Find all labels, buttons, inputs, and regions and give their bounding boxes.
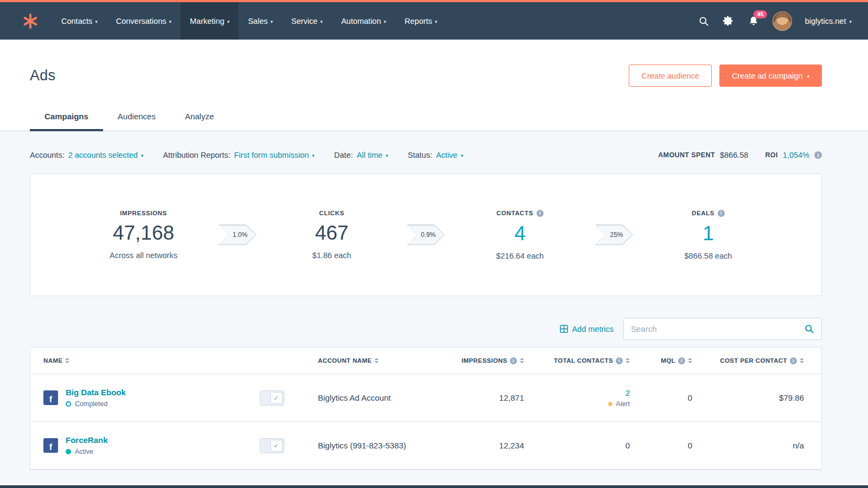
amount-spent-label: AMOUNT SPENT (658, 151, 715, 159)
column-header-cost-per-contact[interactable]: COST PER CONTACTi (700, 357, 821, 364)
account-menu[interactable]: biglytics.net▾ (805, 17, 852, 25)
notification-count-badge: 45 (754, 10, 767, 18)
search-icon[interactable] (804, 324, 814, 334)
nav-item-reports[interactable]: Reports▾ (395, 2, 446, 40)
info-icon[interactable]: i (616, 357, 623, 364)
alert-label: Alert (616, 400, 630, 408)
top-nav: Contacts▾ Conversations▾ Marketing▾ Sale… (0, 0, 868, 40)
stage-value: 1 (633, 222, 783, 245)
active-status-icon (66, 449, 71, 454)
page-tabs: Campaigns Audiences Analyze (0, 104, 868, 131)
funnel-stage-deals: DEALSi 1 $866.58 each (633, 210, 783, 260)
sort-icon[interactable] (374, 358, 379, 363)
filter-bar: Accounts: 2 accounts selected▾ Attributi… (30, 131, 822, 159)
nav-item-conversations[interactable]: Conversations▾ (107, 2, 181, 40)
page-title: Ads (30, 67, 55, 84)
toggle-cell: ✓ (247, 438, 296, 453)
attribution-filter-dropdown[interactable]: First form submission▾ (234, 151, 315, 159)
stage-subtext: $866.58 each (633, 252, 783, 260)
status-filter-value: Active (436, 151, 458, 159)
tab-audiences[interactable]: Audiences (103, 104, 170, 131)
tab-analyze[interactable]: Analyze (170, 104, 228, 131)
campaign-name-link[interactable]: ForceRank (66, 435, 108, 445)
funnel-stage-clicks: CLICKS 467 $1.86 each (257, 210, 407, 260)
campaign-name-link[interactable]: Big Data Ebook (66, 388, 126, 397)
conversion-arrow: 1.0% (219, 224, 257, 245)
window-bottom-edge (0, 485, 868, 488)
stage-subtext: $216.64 each (445, 252, 595, 260)
nav-item-contacts[interactable]: Contacts▾ (52, 2, 107, 40)
facebook-icon: f (43, 438, 58, 453)
chevron-down-icon: ▾ (141, 153, 144, 158)
create-audience-label: Create audience (641, 72, 699, 80)
create-ad-campaign-button[interactable]: Create ad campaign▾ (719, 65, 822, 87)
account-name-cell: Biglytics Ad Account (296, 393, 432, 402)
sort-icon[interactable] (520, 358, 524, 363)
page-header: Ads Create audience Create ad campaign▾ (0, 40, 868, 87)
accounts-filter: Accounts: 2 accounts selected▾ (30, 151, 143, 159)
stage-label: CONTACTSi (445, 210, 595, 217)
column-header-name[interactable]: NAME (30, 357, 247, 364)
info-icon[interactable]: i (790, 357, 797, 364)
conversion-arrow: 0.9% (407, 224, 445, 245)
create-audience-button[interactable]: Create audience (629, 65, 711, 87)
sort-icon[interactable] (800, 358, 804, 363)
nav-item-marketing[interactable]: Marketing▾ (181, 2, 239, 40)
sprocket-icon (22, 12, 39, 30)
date-filter-dropdown[interactable]: All time▾ (356, 151, 388, 159)
cost-per-contact-cell: n/a (700, 441, 821, 450)
account-domain-label: biglytics.net (805, 17, 846, 25)
table-toolbar: Add metrics (30, 318, 822, 340)
campaign-toggle[interactable]: ✓ (260, 438, 284, 453)
contacts-count-link[interactable]: 2 (626, 388, 630, 397)
info-icon[interactable]: i (678, 357, 685, 364)
tab-campaigns[interactable]: Campaigns (30, 104, 103, 131)
funnel-stage-contacts: CONTACTSi 4 $216.64 each (445, 210, 595, 260)
user-avatar[interactable] (773, 11, 792, 31)
chevron-down-icon: ▾ (461, 153, 463, 158)
column-header-impressions[interactable]: IMPRESSIONSi (432, 357, 529, 364)
sort-icon[interactable] (688, 358, 692, 363)
search-icon[interactable] (698, 15, 710, 27)
search-input[interactable] (631, 324, 804, 333)
status-label: Active (75, 448, 93, 455)
chevron-down-icon: ▾ (384, 19, 386, 24)
campaign-toggle[interactable]: ✓ (260, 390, 284, 406)
add-metrics-button[interactable]: Add metrics (560, 325, 614, 333)
info-icon[interactable]: i (718, 210, 725, 217)
sort-icon[interactable] (626, 358, 630, 363)
date-filter-label: Date: (334, 151, 353, 159)
table-row: f ForceRank Active ✓ Biglytics (991-823-… (30, 422, 821, 470)
nav-item-sales[interactable]: Sales▾ (239, 2, 282, 40)
impressions-cell: 12,871 (432, 393, 529, 402)
nav-item-automation[interactable]: Automation▾ (332, 2, 395, 40)
stage-value: 4 (445, 222, 595, 245)
info-icon[interactable]: i (510, 357, 517, 364)
notifications-bell-icon[interactable]: 45 (748, 15, 760, 27)
nav-label: Contacts (61, 17, 92, 25)
gear-icon[interactable] (723, 15, 735, 27)
chevron-down-icon: ▾ (95, 19, 98, 24)
campaign-name-cell: f Big Data Ebook Completed (30, 388, 247, 408)
status-filter-dropdown[interactable]: Active▾ (436, 151, 463, 159)
sort-icon[interactable] (65, 358, 69, 363)
campaigns-table: NAME ACCOUNT NAME IMPRESSIONSi TOTAL CON… (30, 347, 822, 470)
alert-dot-icon (608, 402, 612, 406)
campaign-name-cell: f ForceRank Active (30, 435, 247, 455)
conversion-rate: 1.0% (220, 226, 256, 245)
column-header-total-contacts[interactable]: TOTAL CONTACTSi (529, 357, 638, 364)
stage-label: CLICKS (257, 210, 407, 216)
nav-item-service[interactable]: Service▾ (282, 2, 332, 40)
info-icon[interactable]: i (814, 151, 822, 159)
accounts-filter-label: Accounts: (30, 151, 65, 159)
stage-label: IMPRESSIONS (68, 210, 219, 216)
accounts-filter-dropdown[interactable]: 2 accounts selected▾ (68, 151, 144, 159)
hubspot-logo[interactable] (0, 2, 52, 40)
conversion-rate: 0.9% (408, 226, 444, 245)
campaign-status: Active (66, 448, 108, 455)
info-icon[interactable]: i (537, 210, 544, 217)
column-header-mql[interactable]: MQLi (638, 357, 700, 364)
chevron-down-icon: ▾ (270, 19, 273, 24)
column-header-account-name[interactable]: ACCOUNT NAME (296, 357, 432, 364)
toggle-cell: ✓ (247, 390, 296, 406)
